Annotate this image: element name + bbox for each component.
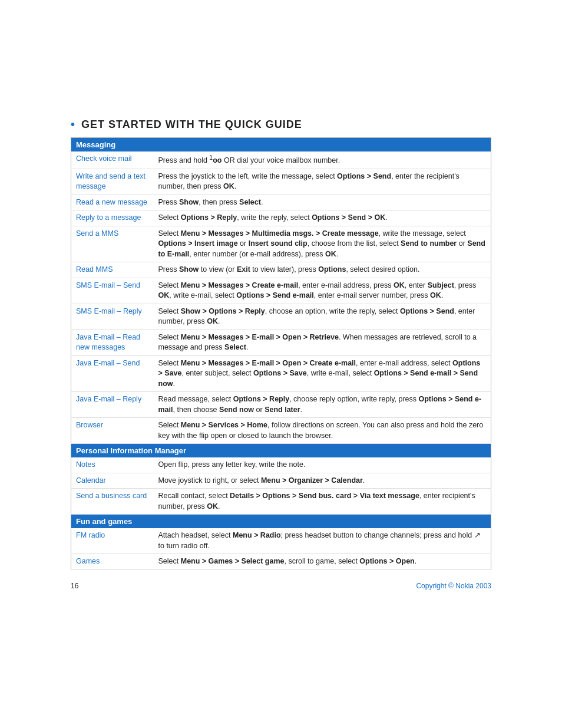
feature-instruction: Attach headset, select Menu > Radio; pre…	[154, 528, 491, 554]
feature-name: Notes	[71, 457, 154, 473]
feature-instruction: Select Options > Reply, write the reply,…	[154, 210, 491, 226]
table-row: Send a MMSSelect Menu > Messages > Multi…	[71, 226, 491, 262]
table-row: NotesOpen flip, press any letter key, wr…	[71, 457, 491, 473]
section-header-row: Messaging	[71, 138, 491, 152]
feature-name: Java E-mail – Send	[71, 355, 154, 392]
feature-instruction: Recall contact, select Details > Options…	[154, 489, 491, 515]
table-row: BrowserSelect Menu > Services > Home, fo…	[71, 418, 491, 444]
feature-instruction: Select Menu > Messages > Multimedia msgs…	[154, 226, 491, 262]
feature-instruction: Read message, select Options > Reply, ch…	[154, 392, 491, 418]
feature-name: Read a new message	[71, 195, 154, 210]
section-header-row: Fun and games	[71, 515, 491, 529]
feature-name: Browser	[71, 418, 154, 444]
feature-name: Java E-mail – Read new messages	[71, 330, 154, 355]
feature-instruction: Press and hold 1oo OR dial your voice ma…	[154, 151, 491, 169]
table-row: Write and send a text messagePress the j…	[71, 169, 491, 195]
feature-instruction: Select Menu > Services > Home, follow di…	[154, 418, 491, 444]
page: • GET STARTED WITH THE QUICK GUIDE Messa…	[0, 0, 562, 728]
table-row: CalendarMove joystick to right, or selec…	[71, 473, 491, 489]
feature-instruction: Open flip, press any letter key, write t…	[154, 457, 491, 473]
section-header: Messaging	[71, 138, 491, 152]
feature-instruction: Select Menu > Messages > Create e-mail, …	[154, 278, 491, 304]
feature-instruction: Select Menu > Messages > E-mail > Open >…	[154, 330, 491, 355]
table-row: Java E-mail – ReplyRead message, select …	[71, 392, 491, 418]
page-number: 16	[71, 582, 78, 590]
feature-instruction: Select Menu > Messages > E-mail > Open >…	[154, 355, 491, 392]
feature-name: SMS E-mail – Reply	[71, 304, 154, 330]
quick-guide-table: MessagingCheck voice mailPress and hold …	[71, 137, 491, 570]
feature-name: Write and send a text message	[71, 169, 154, 195]
feature-instruction: Press Show to view (or Exit to view late…	[154, 262, 491, 278]
feature-instruction: Press Show, then press Select.	[154, 195, 491, 210]
feature-name: Games	[71, 554, 154, 570]
table-row: Send a business cardRecall contact, sele…	[71, 489, 491, 515]
section-header-row: Personal Information Manager	[71, 444, 491, 458]
page-title: • GET STARTED WITH THE QUICK GUIDE	[71, 118, 302, 131]
feature-name: Send a MMS	[71, 226, 154, 262]
table-row: Reply to a messageSelect Options > Reply…	[71, 210, 491, 226]
page-footer: 16 Copyright © Nokia 2003	[71, 582, 491, 590]
table-row: SMS E-mail – ReplySelect Show > Options …	[71, 304, 491, 330]
table-row: Java E-mail – SendSelect Menu > Messages…	[71, 355, 491, 392]
section-header: Fun and games	[71, 515, 491, 529]
feature-name: Read MMS	[71, 262, 154, 278]
table-row: Java E-mail – Read new messagesSelect Me…	[71, 330, 491, 355]
section-header: Personal Information Manager	[71, 444, 491, 458]
feature-name: Reply to a message	[71, 210, 154, 226]
feature-name: Check voice mail	[71, 151, 154, 169]
feature-name: Calendar	[71, 473, 154, 489]
feature-instruction: Select Menu > Games > Select game, scrol…	[154, 554, 491, 570]
table-row: Read a new messagePress Show, then press…	[71, 195, 491, 210]
table-row: SMS E-mail – SendSelect Menu > Messages …	[71, 278, 491, 304]
feature-instruction: Select Show > Options > Reply, choose an…	[154, 304, 491, 330]
table-row: GamesSelect Menu > Games > Select game, …	[71, 554, 491, 570]
table-row: Check voice mailPress and hold 1oo OR di…	[71, 151, 491, 169]
copyright: Copyright © Nokia 2003	[416, 582, 491, 590]
table-row: Read MMSPress Show to view (or Exit to v…	[71, 262, 491, 278]
feature-name: Java E-mail – Reply	[71, 392, 154, 418]
feature-name: Send a business card	[71, 489, 154, 515]
bullet-icon: •	[71, 118, 75, 131]
table-row: FM radioAttach headset, select Menu > Ra…	[71, 528, 491, 554]
feature-name: SMS E-mail – Send	[71, 278, 154, 304]
feature-name: FM radio	[71, 528, 154, 554]
feature-instruction: Move joystick to right, or select Menu >…	[154, 473, 491, 489]
feature-instruction: Press the joystick to the left, write th…	[154, 169, 491, 195]
